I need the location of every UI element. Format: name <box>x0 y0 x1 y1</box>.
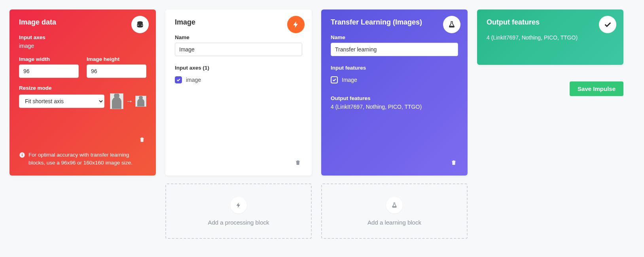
name-label: Name <box>175 34 302 40</box>
image-data-card: Image data Input axes image Image width … <box>9 9 156 176</box>
add-processing-block[interactable]: Add a processing block <box>165 183 312 239</box>
info-icon: i <box>19 152 25 158</box>
resize-diagram: → <box>110 93 146 109</box>
input-axes-label: Input axes <box>19 34 146 40</box>
delete-processing-button[interactable] <box>294 158 302 167</box>
flask-icon <box>443 16 460 33</box>
save-impulse-button[interactable]: Save Impulse <box>570 81 623 96</box>
output-features-value: 4 (LinkIt7697, Nothing, PICO, TTGO) <box>487 34 614 41</box>
info-text: For optimal accuracy with transfer learn… <box>28 151 146 167</box>
flask-icon <box>386 197 403 214</box>
resize-before-thumb <box>110 93 123 109</box>
resize-mode-select[interactable]: Fit shortest axis <box>19 94 104 108</box>
resize-mode-label: Resize mode <box>19 85 146 91</box>
name-label: Name <box>331 34 458 40</box>
card-title: Image <box>175 18 302 26</box>
svg-point-2 <box>137 25 142 27</box>
input-features-image-checkbox[interactable] <box>331 76 338 83</box>
bolt-icon <box>230 197 247 214</box>
input-axes-label: Input axes (1) <box>175 65 302 71</box>
image-width-label: Image width <box>19 56 79 62</box>
output-features-label: Output features <box>331 95 458 101</box>
add-learning-label: Add a learning block <box>367 219 421 226</box>
image-height-label: Image height <box>87 56 146 62</box>
input-features-image-label: Image <box>342 77 357 83</box>
output-features-value: 4 (LinkIt7697, Nothing, PICO, TTGO) <box>331 104 458 110</box>
card-title: Output features <box>487 18 614 26</box>
processing-name-input[interactable] <box>175 43 302 56</box>
input-axes-value: image <box>19 43 146 49</box>
bolt-icon <box>287 16 305 33</box>
add-processing-label: Add a processing block <box>208 219 269 226</box>
svg-point-1 <box>137 23 142 25</box>
check-icon <box>599 16 616 33</box>
output-features-card: Output features 4 (LinkIt7697, Nothing, … <box>477 9 623 65</box>
learning-card: Transfer Learning (Images) Name Input fe… <box>321 9 468 176</box>
learning-name-input[interactable] <box>331 43 458 56</box>
image-width-input[interactable] <box>19 64 79 78</box>
database-icon <box>131 16 149 33</box>
image-height-input[interactable] <box>87 64 146 78</box>
svg-text:i: i <box>22 153 23 157</box>
processing-card: Image Name Input axes (1) image <box>165 9 312 176</box>
add-learning-block[interactable]: Add a learning block <box>321 183 468 239</box>
axes-image-label: image <box>186 77 201 83</box>
resize-after-thumb <box>135 96 146 107</box>
arrow-right-icon: → <box>126 98 133 105</box>
delete-input-button[interactable] <box>138 135 146 144</box>
delete-learning-button[interactable] <box>449 158 458 167</box>
card-title: Transfer Learning (Images) <box>331 18 458 26</box>
input-features-label: Input features <box>331 65 458 71</box>
card-title: Image data <box>19 18 146 26</box>
info-note: i For optimal accuracy with transfer lea… <box>19 151 146 167</box>
axes-image-checkbox[interactable] <box>175 76 182 83</box>
